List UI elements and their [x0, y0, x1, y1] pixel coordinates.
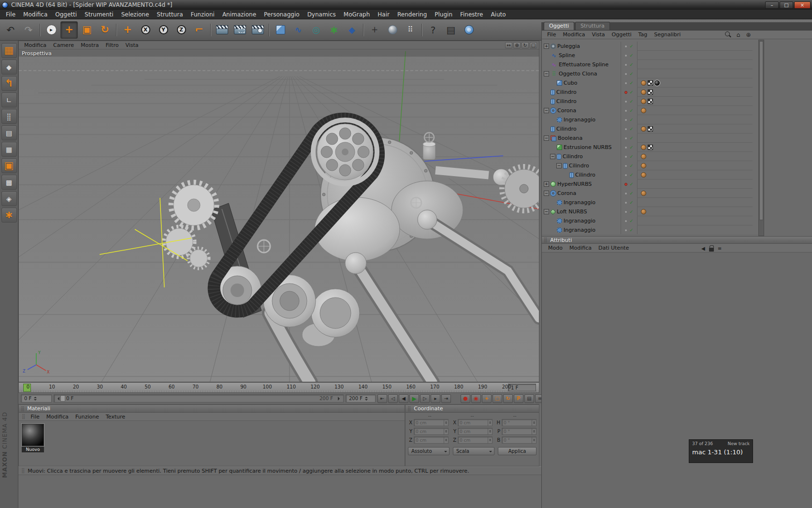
- visibility-dot[interactable]: [624, 128, 627, 131]
- rotate-tool-button[interactable]: ↻: [96, 21, 114, 39]
- rotation-b-field[interactable]: 0 °: [502, 436, 536, 444]
- visibility-dot[interactable]: [624, 54, 627, 57]
- panel-grip-icon[interactable]: ⣿: [21, 406, 24, 411]
- record-parameter-button[interactable]: P: [514, 394, 523, 403]
- visibility-dot[interactable]: [624, 155, 627, 158]
- viewport-camera-label[interactable]: Prospettiva: [22, 50, 52, 57]
- visibility-toggles[interactable]: ✓: [621, 134, 638, 143]
- tree-row[interactable]: −Loft NURBS✓: [542, 207, 758, 216]
- menu-funzioni[interactable]: Funzioni: [187, 10, 218, 19]
- play-button[interactable]: ▶: [409, 394, 419, 403]
- timeline-tick[interactable]: 200: [502, 384, 511, 389]
- snap-mode-button[interactable]: ◈: [1, 191, 17, 206]
- timeline-tick[interactable]: 20: [73, 384, 79, 389]
- lock-icon[interactable]: [709, 248, 714, 252]
- tree-expander[interactable]: −: [544, 135, 549, 141]
- tree-expander[interactable]: −: [544, 191, 549, 196]
- material-brown-tag[interactable]: [641, 145, 646, 150]
- tab-oggetti[interactable]: Oggetti: [544, 22, 574, 30]
- rotation-p-field[interactable]: 0 °: [502, 428, 536, 435]
- stepper-down-icon[interactable]: [445, 432, 447, 433]
- previous-frame-button[interactable]: ◀: [399, 394, 408, 403]
- tree-row[interactable]: −Corona✓: [542, 106, 758, 115]
- texture-mode-button[interactable]: ↰: [1, 76, 17, 91]
- viewport-menu-vista[interactable]: Vista: [122, 42, 142, 49]
- tree-row[interactable]: Effettuatore Spline✓: [542, 60, 758, 69]
- menu-modifica[interactable]: Modifica: [19, 10, 51, 19]
- tree-row[interactable]: −Booleana✓: [542, 134, 758, 143]
- tree-row[interactable]: Spline✓: [542, 51, 758, 60]
- viewport-canvas[interactable]: Prospettiva: [19, 49, 539, 382]
- render-region-button[interactable]: [231, 21, 248, 39]
- content-browser-button[interactable]: ▤: [442, 21, 460, 39]
- attributes-menu-modifica[interactable]: Modifica: [566, 244, 595, 252]
- om-menu-vista[interactable]: Vista: [588, 31, 608, 38]
- tree-row[interactable]: Ingranaggio✓: [542, 225, 758, 234]
- visibility-dot[interactable]: [624, 45, 627, 48]
- stepper-icon[interactable]: [444, 419, 448, 426]
- maximize-button[interactable]: □: [780, 1, 793, 9]
- material-brown-tag[interactable]: [641, 126, 646, 132]
- viewport-menu-modifica[interactable]: Modifica: [21, 42, 50, 49]
- make-editable-button[interactable]: ▦: [1, 43, 17, 58]
- menu-hair[interactable]: Hair: [374, 10, 393, 19]
- material-brown-tag[interactable]: [641, 191, 646, 196]
- next-frame-button[interactable]: ▷: [420, 394, 430, 403]
- visibility-toggles[interactable]: ✓: [621, 88, 638, 97]
- viewport-menu-mostra[interactable]: Mostra: [77, 42, 102, 49]
- timeline-tick[interactable]: 70: [192, 384, 199, 389]
- lock-x-axis-button[interactable]: X: [137, 21, 154, 39]
- tree-row[interactable]: Cubo✓: [542, 78, 758, 88]
- lock-y-axis-button[interactable]: Y: [155, 21, 172, 39]
- stepper-icon[interactable]: [532, 419, 536, 426]
- stepper-up-icon[interactable]: [445, 438, 447, 440]
- material-brown-tag[interactable]: [641, 80, 646, 86]
- stepper-down-icon[interactable]: [489, 440, 491, 442]
- stepper-icon[interactable]: [444, 428, 448, 434]
- workplane-mode-button[interactable]: ∟: [1, 92, 17, 107]
- om-menu-segnalibri[interactable]: Segnalibri: [651, 31, 684, 38]
- visibility-toggles[interactable]: ✓: [621, 106, 638, 115]
- enable-check-icon[interactable]: ✓: [629, 99, 633, 104]
- attributes-panel-header[interactable]: ⣿ Attributi: [542, 236, 812, 244]
- tree-expander[interactable]: +: [544, 44, 549, 49]
- timeline-ruler[interactable]: 1 F 010203040506070809010011012013014015…: [18, 382, 539, 393]
- menu-aiuto[interactable]: Aiuto: [487, 10, 509, 19]
- enable-check-icon[interactable]: ✓: [629, 44, 633, 49]
- visibility-toggles[interactable]: ✓: [621, 207, 638, 216]
- timeline-tick[interactable]: 0: [27, 384, 29, 389]
- visibility-toggles[interactable]: ✓: [621, 152, 638, 161]
- slider-right-arrow-icon[interactable]: [338, 397, 342, 401]
- stepper-icon[interactable]: [532, 437, 536, 443]
- position-z-field[interactable]: 0 cm: [414, 436, 449, 444]
- home-icon[interactable]: ⌂: [735, 31, 742, 38]
- polygons-mode-button[interactable]: ▦: [1, 142, 17, 157]
- stepper-down-icon[interactable]: [365, 399, 368, 402]
- scale-x-field[interactable]: 0 cm: [458, 419, 493, 426]
- enable-check-icon[interactable]: ✓: [629, 191, 633, 196]
- stepper-up-icon[interactable]: [533, 438, 535, 440]
- om-menu-file[interactable]: File: [544, 31, 559, 38]
- visibility-toggles[interactable]: ✓: [621, 42, 638, 51]
- points-mode-button[interactable]: ⣿: [1, 109, 17, 124]
- frame-duration-box[interactable]: 1 F: [508, 384, 536, 391]
- visibility-toggles[interactable]: ✓: [621, 225, 638, 234]
- scale-z-field[interactable]: 0 cm: [458, 436, 493, 444]
- texture-checker-tag[interactable]: [648, 126, 653, 132]
- visibility-dot[interactable]: [624, 201, 627, 204]
- enable-check-icon[interactable]: ✓: [629, 145, 633, 150]
- timeline-tick[interactable]: 110: [287, 384, 296, 389]
- timeline-tick[interactable]: 160: [406, 384, 415, 389]
- timeline-tick[interactable]: 190: [478, 384, 487, 389]
- visibility-dot[interactable]: [624, 137, 627, 140]
- texture-checker-tag[interactable]: [648, 80, 653, 86]
- enable-check-icon[interactable]: ✓: [629, 228, 633, 233]
- next-key-button[interactable]: ▸: [431, 394, 440, 403]
- frame-stepper[interactable]: [34, 395, 37, 402]
- material-brown-tag[interactable]: [641, 90, 646, 95]
- materials-panel-header[interactable]: ⣿ Materiali: [19, 405, 405, 413]
- enable-check-icon[interactable]: ✓: [629, 173, 633, 178]
- online-updater-button[interactable]: ⊕: [460, 21, 478, 39]
- enable-check-icon[interactable]: ✓: [629, 127, 633, 132]
- scale-mode-dropdown[interactable]: Scala: [453, 447, 494, 455]
